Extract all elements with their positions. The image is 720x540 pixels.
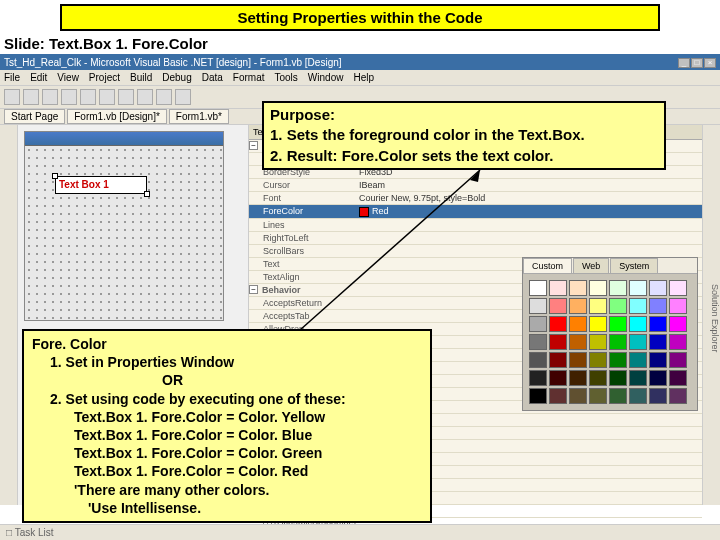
color-swatch[interactable] [569,280,587,296]
color-swatch[interactable] [529,370,547,386]
color-swatch[interactable] [529,352,547,368]
menu-item[interactable]: File [4,72,20,83]
color-swatch[interactable] [649,352,667,368]
color-swatch[interactable] [609,352,627,368]
color-swatch[interactable] [649,298,667,314]
toolbar-icon[interactable] [23,89,39,105]
toolbar-icon[interactable] [99,89,115,105]
color-swatch[interactable] [589,370,607,386]
color-swatch[interactable] [549,370,567,386]
color-swatch[interactable] [649,334,667,350]
color-tab[interactable]: Custom [523,258,572,273]
menu-item[interactable]: Window [308,72,344,83]
form-titlebar[interactable] [25,132,223,146]
color-swatch[interactable] [549,334,567,350]
color-swatch[interactable] [649,388,667,404]
toolbar-icon[interactable] [4,89,20,105]
color-swatch[interactable] [549,388,567,404]
color-swatch[interactable] [609,298,627,314]
color-swatch[interactable] [529,280,547,296]
color-swatch[interactable] [669,316,687,332]
menu-item[interactable]: Format [233,72,265,83]
form-window[interactable]: Text Box 1 [24,131,224,321]
menu-item[interactable]: Data [202,72,223,83]
toolbar-icon[interactable] [80,89,96,105]
toolbar-icon[interactable] [156,89,172,105]
toolbar-icon[interactable] [118,89,134,105]
color-swatch[interactable] [609,334,627,350]
color-swatch[interactable] [609,316,627,332]
color-swatch[interactable] [649,370,667,386]
property-row[interactable]: Lines [249,219,702,232]
menu-item[interactable]: Tools [275,72,298,83]
menu-item[interactable]: Project [89,72,120,83]
color-swatch[interactable] [629,388,647,404]
color-swatch[interactable] [589,352,607,368]
color-picker-popup[interactable]: CustomWebSystem [522,257,698,411]
document-tab[interactable]: Form1.vb* [169,109,229,124]
color-swatch[interactable] [569,352,587,368]
color-picker-tabs[interactable]: CustomWebSystem [523,258,697,274]
menu-item[interactable]: View [57,72,79,83]
color-swatch[interactable] [589,334,607,350]
color-swatch[interactable] [529,334,547,350]
color-swatch[interactable] [589,388,607,404]
textbox-control[interactable]: Text Box 1 [55,176,147,194]
property-row[interactable]: FontCourier New, 9.75pt, style=Bold [249,192,702,205]
color-swatch[interactable] [629,298,647,314]
maximize-icon[interactable]: □ [691,58,703,68]
document-tab[interactable]: Form1.vb [Design]* [67,109,167,124]
property-row[interactable]: ScrollBars [249,245,702,258]
color-swatch[interactable] [609,280,627,296]
color-swatch[interactable] [649,280,667,296]
menu-bar[interactable]: FileEditViewProjectBuildDebugDataFormatT… [0,70,720,86]
color-swatch[interactable] [609,370,627,386]
color-swatch[interactable] [669,370,687,386]
color-swatch[interactable] [629,352,647,368]
color-swatch[interactable] [589,280,607,296]
window-controls[interactable]: _□× [677,56,716,68]
toolbar-icon[interactable] [61,89,77,105]
color-swatch[interactable] [549,298,567,314]
color-swatch[interactable] [669,280,687,296]
color-swatch[interactable] [549,280,567,296]
color-swatch[interactable] [549,316,567,332]
menu-item[interactable]: Edit [30,72,47,83]
color-swatch[interactable] [649,316,667,332]
menu-item[interactable]: Help [353,72,374,83]
color-swatch[interactable] [569,316,587,332]
color-swatch[interactable] [589,298,607,314]
color-swatch[interactable] [629,316,647,332]
menu-item[interactable]: Build [130,72,152,83]
minimize-icon[interactable]: _ [678,58,690,68]
color-tab[interactable]: Web [573,258,609,273]
color-swatch[interactable] [669,298,687,314]
color-swatch[interactable] [669,334,687,350]
swatch-grid[interactable] [523,274,697,410]
color-swatch[interactable] [629,334,647,350]
color-swatch[interactable] [549,352,567,368]
color-swatch[interactable] [569,370,587,386]
toolbar-icon[interactable] [42,89,58,105]
close-icon[interactable]: × [704,58,716,68]
color-swatch[interactable] [569,334,587,350]
menu-item[interactable]: Debug [162,72,191,83]
toolbar-icon[interactable] [175,89,191,105]
color-swatch[interactable] [589,316,607,332]
property-row[interactable]: CursorIBeam [249,179,702,192]
color-swatch[interactable] [629,280,647,296]
color-swatch[interactable] [609,388,627,404]
color-swatch[interactable] [569,388,587,404]
color-swatch[interactable] [529,388,547,404]
property-row[interactable]: RightToLeft [249,232,702,245]
form-surface[interactable]: Text Box 1 [25,146,223,320]
solution-explorer-tab[interactable]: Solution Explorer [702,125,720,505]
color-swatch[interactable] [529,316,547,332]
color-swatch[interactable] [569,298,587,314]
toolbox-strip[interactable] [0,125,18,505]
color-swatch[interactable] [629,370,647,386]
color-swatch[interactable] [529,298,547,314]
toolbar-icon[interactable] [137,89,153,105]
property-row[interactable]: ForeColorRed [249,205,702,219]
color-swatch[interactable] [669,352,687,368]
